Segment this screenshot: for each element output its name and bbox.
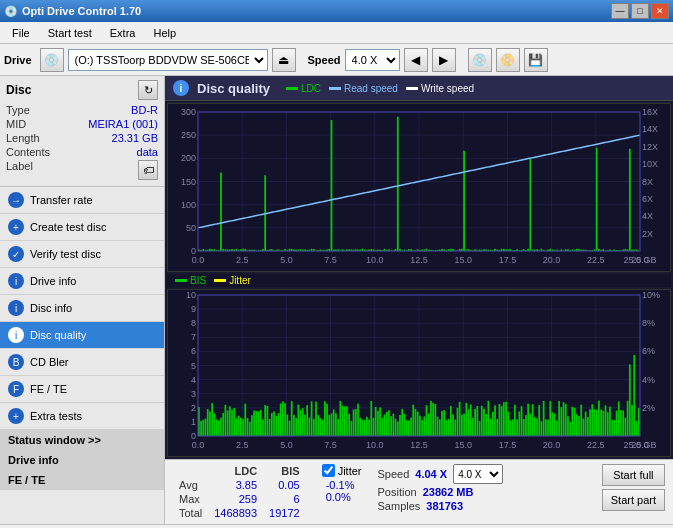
save-btn[interactable]: 💾 [524, 48, 548, 72]
nav-cd-bler-label: CD Bler [30, 356, 69, 368]
create-test-disc-icon: + [8, 219, 24, 235]
charts-area: BIS Jitter [165, 101, 673, 459]
cd-bler-icon: B [8, 354, 24, 370]
top-chart [167, 103, 671, 272]
speed-stat-select[interactable]: 4.0 X [453, 464, 503, 484]
disc-label-row: Label 🏷 [6, 160, 158, 180]
max-label: Max [173, 492, 208, 506]
read-speed-color [329, 87, 341, 90]
speed-right-btn[interactable]: ▶ [432, 48, 456, 72]
disc-length-row: Length 23.31 GB [6, 132, 158, 144]
fe-te-section[interactable]: FE / TE [0, 470, 164, 490]
nav-drive-info-label: Drive info [30, 275, 76, 287]
total-ldc: 1468893 [208, 506, 263, 520]
drive-select[interactable]: (O:) TSSToorp BDDVDW SE-506CB TS02 [68, 49, 268, 71]
write-speed-label: Write speed [421, 83, 474, 94]
fe-te-icon: F [8, 381, 24, 397]
jitter-checkbox[interactable] [322, 464, 335, 477]
speed-select[interactable]: 4.0 X [345, 49, 400, 71]
top-chart-canvas [168, 104, 670, 271]
nav-disc-quality[interactable]: i Disc quality [0, 322, 164, 349]
menu-help[interactable]: Help [145, 25, 184, 41]
drive-info-sidebar-label: Drive info [8, 454, 59, 466]
close-button[interactable]: ✕ [651, 3, 669, 19]
stats-right: Speed 4.04 X 4.0 X Position 23862 MB Sam… [378, 464, 504, 512]
length-label: Length [6, 132, 40, 144]
speed-left-btn[interactable]: ◀ [404, 48, 428, 72]
eject-button[interactable]: ⏏ [272, 48, 296, 72]
chart-legend: LDC Read speed Write speed [286, 83, 474, 94]
nav-cd-bler[interactable]: B CD Bler [0, 349, 164, 376]
nav-extra-tests[interactable]: + Extra tests [0, 403, 164, 430]
contents-value: data [137, 146, 158, 158]
disc-btn-2[interactable]: 📀 [496, 48, 520, 72]
status-window-label: Status window >> [8, 434, 101, 446]
avg-ldc: 3.85 [208, 478, 263, 492]
minimize-button[interactable]: — [611, 3, 629, 19]
position-value: 23862 MB [423, 486, 474, 498]
title-bar-buttons: — □ ✕ [611, 3, 669, 19]
app-title: Opti Drive Control 1.70 [22, 5, 141, 17]
read-speed-label: Read speed [344, 83, 398, 94]
main-layout: Disc ↻ Type BD-R MID MEIRA1 (001) Length… [0, 76, 673, 524]
nav-transfer-rate-label: Transfer rate [30, 194, 93, 206]
bis-color [175, 279, 187, 282]
start-part-button[interactable]: Start part [602, 489, 665, 511]
disc-mid-row: MID MEIRA1 (001) [6, 118, 158, 130]
maximize-button[interactable]: □ [631, 3, 649, 19]
start-buttons: Start full Start part [602, 464, 665, 511]
disc-type-row: Type BD-R [6, 104, 158, 116]
drive-icon-btn[interactable]: 💿 [40, 48, 64, 72]
stats-bar: LDC BIS Avg 3.85 0.05 Max 259 6 Total [165, 459, 673, 524]
contents-label: Contents [6, 146, 50, 158]
disc-refresh-btn[interactable]: ↻ [138, 80, 158, 100]
main-content: i Disc quality LDC Read speed Write spee… [165, 76, 673, 524]
sidebar: Disc ↻ Type BD-R MID MEIRA1 (001) Length… [0, 76, 165, 524]
nav-disc-info[interactable]: i Disc info [0, 295, 164, 322]
nav-verify-test-disc[interactable]: ✓ Verify test disc [0, 241, 164, 268]
samples-value: 381763 [426, 500, 463, 512]
nav-fe-te[interactable]: F FE / TE [0, 376, 164, 403]
label-icon-btn[interactable]: 🏷 [138, 160, 158, 180]
nav-transfer-rate[interactable]: → Transfer rate [0, 187, 164, 214]
disc-contents-row: Contents data [6, 146, 158, 158]
ldc-label: LDC [301, 83, 321, 94]
legend-bis: BIS [175, 275, 206, 286]
legend-write-speed: Write speed [406, 83, 474, 94]
nav-drive-info[interactable]: i Drive info [0, 268, 164, 295]
drive-info-section[interactable]: Drive info [0, 450, 164, 470]
menu-extra[interactable]: Extra [102, 25, 144, 41]
mid-value: MEIRA1 (001) [88, 118, 158, 130]
legend-read-speed: Read speed [329, 83, 398, 94]
jitter-label: Jitter [338, 465, 362, 477]
position-label: Position [378, 486, 417, 498]
nav-disc-quality-label: Disc quality [30, 329, 86, 341]
speed-stat-value: 4.04 X [415, 468, 447, 480]
jitter-max: 0.0% [326, 491, 362, 503]
jitter-check: Jitter [322, 464, 362, 477]
type-value: BD-R [131, 104, 158, 116]
verify-test-disc-icon: ✓ [8, 246, 24, 262]
max-ldc: 259 [208, 492, 263, 506]
speed-row: Speed 4.04 X 4.0 X [378, 464, 504, 484]
title-bar: 💿 Opti Drive Control 1.70 — □ ✕ [0, 0, 673, 22]
start-full-button[interactable]: Start full [602, 464, 665, 486]
disc-quality-icon: i [8, 327, 24, 343]
menu-start-test[interactable]: Start test [40, 25, 100, 41]
disc-title: Disc [6, 83, 31, 97]
legend-ldc: LDC [286, 83, 321, 94]
nav-create-test-disc-label: Create test disc [30, 221, 106, 233]
disc-btn-1[interactable]: 💿 [468, 48, 492, 72]
transfer-rate-icon: → [8, 192, 24, 208]
chart-title: Disc quality [197, 81, 270, 96]
status-window-section[interactable]: Status window >> [0, 430, 164, 450]
menu-bar: File Start test Extra Help [0, 22, 673, 44]
status-bar: Test completed 100.0% 26:45 [0, 524, 673, 528]
menu-file[interactable]: File [4, 25, 38, 41]
total-label: Total [173, 506, 208, 520]
disc-info-icon: i [8, 300, 24, 316]
disc-section-header: Disc ↻ [6, 80, 158, 100]
mid-label: MID [6, 118, 26, 130]
nav-create-test-disc[interactable]: + Create test disc [0, 214, 164, 241]
avg-bis: 0.05 [263, 478, 306, 492]
